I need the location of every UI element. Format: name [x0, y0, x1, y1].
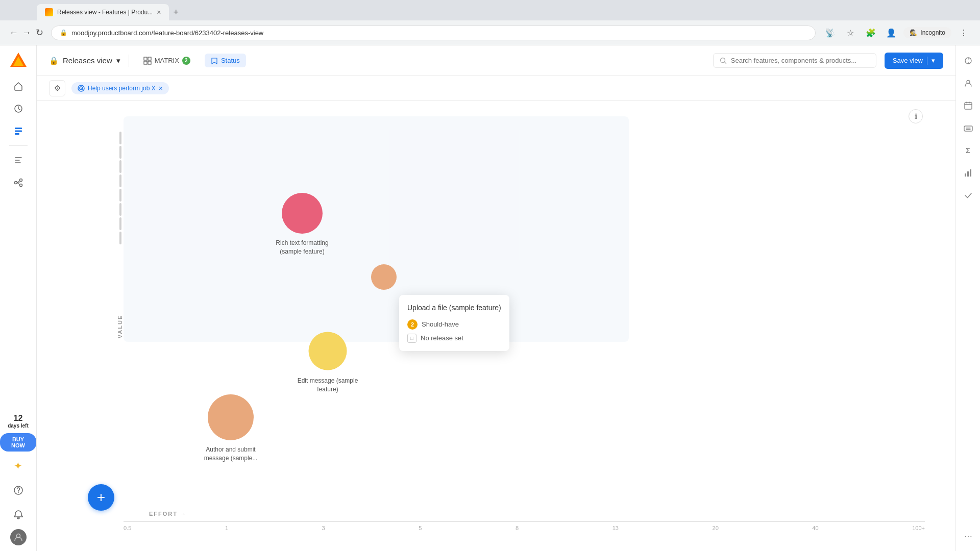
menu-icon[interactable]: ⋮ [955, 24, 972, 41]
tab-close-btn[interactable]: × [157, 8, 161, 16]
right-sidebar-chart-icon[interactable] [959, 164, 977, 182]
bubble-author-submit-label: Author and submit message (sample... [204, 445, 258, 463]
nav-back-btn[interactable]: ← [8, 24, 19, 41]
x-tick-100: 100+ [912, 525, 925, 531]
tooltip-popup: Upload a file (sample feature) 2 Should-… [399, 295, 509, 351]
title-dropdown-arrow[interactable]: ▾ [116, 56, 120, 65]
url-text: moodjoy.productboard.com/feature-board/6… [71, 29, 263, 37]
nav-forward-btn[interactable]: → [21, 24, 32, 41]
address-bar: ← → ↻ 🔒 moodjoy.productboard.com/feature… [0, 20, 980, 45]
objective-icon [78, 85, 85, 92]
right-sidebar-calendar-icon[interactable] [959, 96, 977, 115]
svg-rect-4 [15, 131, 22, 132]
x-axis-label: EFFORT → [149, 511, 187, 517]
incognito-btn[interactable]: 🕵 Incognito [903, 27, 951, 38]
sidebar-item-roadmap[interactable] [8, 150, 29, 170]
svg-rect-24 [967, 171, 969, 177]
main-content: 🔒 Releases view ▾ MATRIX 2 Status Save v… [37, 45, 955, 551]
left-sidebar: 12 days left BUY NOW ✦ [0, 45, 37, 551]
right-sidebar: Σ ⋯ [955, 45, 980, 551]
filter-settings-btn[interactable]: ⚙ [49, 80, 65, 96]
extensions-icon[interactable]: 🧩 [863, 24, 879, 41]
cast-icon[interactable]: 📡 [822, 24, 838, 41]
sidebar-item-home[interactable] [8, 76, 29, 96]
bubble-rich-text-label: Rich text formatting (sample feature) [276, 239, 328, 256]
bubble-upload-file[interactable] [371, 264, 397, 290]
right-sidebar-sigma-icon[interactable]: Σ [959, 141, 977, 160]
author-submit-label-line2: message (sample... [204, 454, 258, 463]
svg-rect-22 [964, 126, 972, 131]
days-left-badge: 12 days left [8, 413, 29, 429]
active-tab[interactable]: Releases view - Features | Produ... × [37, 4, 169, 20]
svg-rect-13 [148, 57, 151, 60]
new-tab-btn[interactable]: + [169, 5, 183, 20]
sidebar-item-integrations[interactable] [8, 172, 29, 193]
search-input[interactable] [731, 57, 864, 64]
right-sidebar-keyboard-icon[interactable] [959, 119, 977, 137]
url-lock-icon: 🔒 [60, 29, 67, 36]
bubble-rich-text[interactable] [282, 193, 323, 234]
url-bar[interactable]: 🔒 moodjoy.productboard.com/feature-board… [51, 26, 816, 40]
sidebar-item-insights[interactable] [8, 98, 29, 119]
sidebar-item-features[interactable] [8, 121, 29, 141]
x-tick-8: 8 [516, 525, 519, 531]
tooltip-release-row: □ No release set [407, 334, 501, 343]
profile-icon[interactable]: 👤 [883, 24, 899, 41]
svg-point-6 [14, 182, 17, 184]
filter-tag-close-btn[interactable]: × [159, 84, 163, 92]
x-tick-0.5: 0.5 [124, 525, 131, 531]
x-tick-20: 20 [713, 525, 719, 531]
matrix-btn[interactable]: MATRIX 2 [137, 54, 197, 68]
bookmark-icon[interactable]: ☆ [842, 24, 859, 41]
help-icon[interactable] [8, 480, 29, 500]
sidebar-divider-1 [9, 145, 28, 146]
right-sidebar-more-icon[interactable]: ⋯ [959, 527, 977, 545]
right-sidebar-sync-icon[interactable] [959, 52, 977, 70]
bubble-edit-message[interactable] [309, 332, 347, 370]
right-sidebar-check-icon[interactable] [959, 186, 977, 205]
x-tick-13: 13 [612, 525, 619, 531]
tab-bar: Releases view - Features | Produ... × + [0, 0, 980, 20]
release-icon: □ [407, 334, 416, 343]
rich-text-label-line2: (sample feature) [276, 247, 328, 256]
right-sidebar-user-icon[interactable] [959, 74, 977, 92]
svg-rect-12 [144, 57, 147, 60]
chart-area: ℹ VALUE EFFORT → 0.5 [37, 101, 955, 551]
svg-rect-25 [970, 169, 971, 177]
status-btn[interactable]: Status [205, 54, 246, 67]
toolbar: 🔒 Releases view ▾ MATRIX 2 Status Save v… [37, 45, 955, 76]
release-label: No release set [421, 334, 463, 342]
avatar[interactable] [10, 529, 27, 545]
bubble-author-submit[interactable] [208, 394, 254, 440]
nav-refresh-btn[interactable]: ↻ [34, 24, 45, 41]
save-view-arrow-icon: ▾ [932, 57, 935, 64]
info-btn[interactable]: ℹ [909, 109, 923, 123]
x-tick-1: 1 [225, 525, 228, 531]
add-feature-btn[interactable]: + [88, 484, 114, 511]
app-logo[interactable] [9, 52, 28, 70]
search-bar[interactable] [713, 53, 876, 68]
toolbar-divider-1 [129, 55, 129, 67]
title-lock-icon: 🔒 [49, 56, 59, 65]
save-view-divider [927, 57, 927, 65]
save-view-btn[interactable]: Save view ▾ [885, 53, 943, 69]
browser-chrome: Releases view - Features | Produ... × + … [0, 0, 980, 45]
svg-point-10 [18, 492, 19, 493]
svg-rect-5 [15, 133, 19, 135]
buy-now-btn[interactable]: BUY NOW [0, 433, 36, 452]
notifications-icon[interactable] [8, 505, 29, 525]
filter-tag-label: Help users perform job X [88, 85, 156, 92]
svg-point-8 [19, 184, 22, 187]
x-tick-40: 40 [812, 525, 818, 531]
incognito-icon: 🕵 [910, 29, 917, 36]
days-count: 12 [8, 413, 29, 423]
filter-tag[interactable]: Help users perform job X × [71, 82, 169, 94]
author-submit-label-line1: Author and submit [204, 445, 258, 454]
matrix-icon [143, 57, 152, 65]
x-tick-5: 5 [419, 525, 422, 531]
priority-label: Should-have [422, 320, 459, 328]
bookmark-icon [211, 57, 218, 64]
view-title: Releases view [63, 56, 112, 65]
sparkle-icon: ✦ [8, 456, 29, 476]
tooltip-priority-row: 2 Should-have [407, 319, 501, 330]
